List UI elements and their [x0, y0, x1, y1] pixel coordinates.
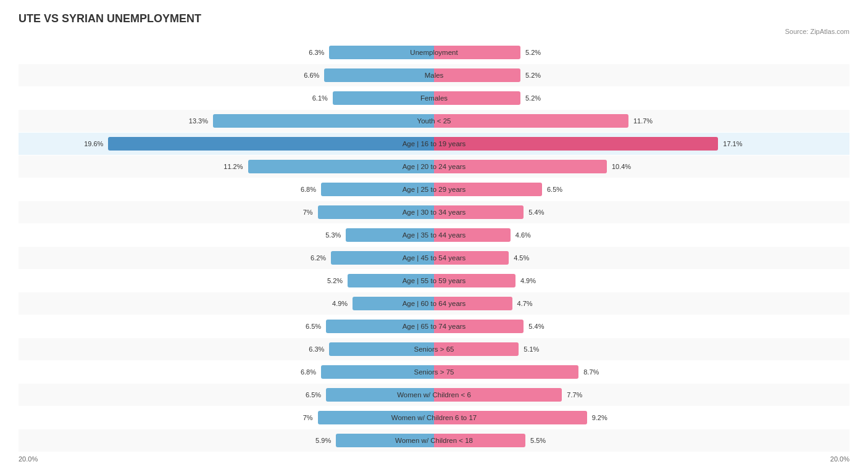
chart-row: 6.3%5.1%Seniors > 65	[19, 338, 849, 360]
ute-value-label: 6.2%	[311, 254, 328, 262]
ute-bar	[336, 434, 434, 447]
chart-row: 6.8%8.7%Seniors > 75	[19, 361, 849, 383]
ute-bar	[326, 320, 434, 333]
chart-area: 6.3%5.2%Unemployment6.6%5.2%Males6.1%5.2…	[19, 41, 849, 452]
syrian-value-label: 17.1%	[720, 140, 742, 147]
syrian-value-label: 7.7%	[564, 391, 582, 399]
syrian-value-label: 10.4%	[609, 163, 631, 170]
ute-value-label: 6.5%	[306, 391, 323, 399]
left-section: 6.5%	[19, 315, 434, 337]
syrian-bar	[434, 274, 515, 287]
ute-value-label: 6.8%	[301, 186, 319, 193]
left-section: 5.3%	[19, 224, 434, 246]
chart-row: 5.9%5.5%Women w/ Children < 18	[19, 429, 849, 452]
chart-row: 6.6%5.2%Males	[19, 64, 849, 86]
chart-row: 13.3%11.7%Youth < 25	[19, 110, 849, 132]
right-section: 8.7%	[434, 361, 849, 383]
right-section: 17.1%	[434, 133, 849, 155]
syrian-value-label: 4.5%	[511, 254, 529, 262]
ute-value-label: 5.3%	[325, 231, 343, 239]
left-section: 6.2%	[19, 247, 434, 269]
ute-value-label: 4.9%	[332, 300, 350, 307]
axis-labels: 20.0% 20.0%	[19, 455, 849, 463]
syrian-value-label: 8.7%	[581, 368, 599, 376]
syrian-value-label: 5.2%	[523, 94, 541, 102]
syrian-bar	[434, 388, 562, 402]
right-section: 5.2%	[434, 64, 849, 86]
chart-row: 6.5%5.4%Age | 65 to 74 years	[19, 315, 849, 337]
right-section: 4.7%	[434, 292, 849, 315]
chart-row: 6.8%6.5%Age | 25 to 29 years	[19, 178, 849, 200]
right-section: 10.4%	[434, 155, 849, 178]
axis-right: 20.0%	[830, 455, 849, 463]
chart-row: 6.3%5.2%Unemployment	[19, 41, 849, 64]
source-label: Source: ZipAtlas.com	[19, 28, 849, 35]
syrian-value-label: 6.5%	[545, 186, 562, 193]
right-section: 4.5%	[434, 247, 849, 269]
left-section: 6.6%	[19, 64, 434, 86]
syrian-value-label: 4.9%	[518, 277, 536, 284]
syrian-value-label: 4.7%	[515, 300, 533, 307]
syrian-bar	[434, 137, 718, 151]
ute-bar	[321, 183, 434, 196]
left-section: 11.2%	[19, 155, 434, 178]
chart-row: 7%5.4%Age | 30 to 34 years	[19, 201, 849, 223]
left-section: 13.3%	[19, 110, 434, 132]
ute-bar	[213, 114, 434, 128]
ute-bar	[248, 160, 435, 173]
left-section: 7%	[19, 407, 434, 429]
left-section: 4.9%	[19, 292, 434, 315]
ute-value-label: 6.8%	[301, 368, 319, 376]
right-section: 11.7%	[434, 110, 849, 132]
syrian-value-label: 11.7%	[631, 117, 653, 125]
syrian-bar	[434, 68, 520, 82]
left-section: 5.9%	[19, 429, 434, 452]
ute-bar	[324, 68, 434, 82]
left-section: 7%	[19, 201, 434, 223]
chart-row: 6.2%4.5%Age | 45 to 54 years	[19, 247, 849, 269]
chart-row: 6.5%7.7%Women w/ Children < 6	[19, 384, 849, 406]
right-section: 5.1%	[434, 338, 849, 360]
left-section: 6.1%	[19, 87, 434, 109]
chart-row: 7%9.2%Women w/ Children 6 to 17	[19, 407, 849, 429]
syrian-bar	[434, 91, 520, 105]
syrian-value-label: 5.4%	[526, 209, 544, 216]
ute-bar	[321, 365, 434, 379]
ute-bar	[333, 91, 434, 105]
syrian-value-label: 5.4%	[526, 323, 544, 330]
ute-value-label: 7%	[303, 209, 315, 216]
chart-row: 11.2%10.4%Age | 20 to 24 years	[19, 155, 849, 178]
left-section: 6.5%	[19, 384, 434, 406]
syrian-bar	[434, 320, 524, 333]
syrian-value-label: 4.6%	[513, 231, 531, 239]
ute-value-label: 5.9%	[315, 437, 333, 444]
syrian-value-label: 9.2%	[590, 414, 607, 421]
ute-value-label: 6.5%	[306, 323, 323, 330]
chart-row: 5.2%4.9%Age | 55 to 59 years	[19, 270, 849, 292]
chart-row: 4.9%4.7%Age | 60 to 64 years	[19, 292, 849, 315]
left-section: 6.3%	[19, 41, 434, 64]
ute-bar	[353, 297, 434, 310]
syrian-value-label: 5.2%	[523, 72, 541, 79]
ute-value-label: 7%	[303, 414, 315, 421]
ute-bar	[108, 137, 434, 151]
left-section: 6.8%	[19, 178, 434, 200]
right-section: 7.7%	[434, 384, 849, 406]
right-section: 4.6%	[434, 224, 849, 246]
ute-bar	[318, 411, 434, 424]
ute-value-label: 6.6%	[304, 72, 322, 79]
ute-bar	[329, 46, 434, 59]
syrian-bar	[434, 297, 512, 310]
right-section: 4.9%	[434, 270, 849, 292]
right-section: 9.2%	[434, 407, 849, 429]
ute-value-label: 6.3%	[309, 49, 327, 56]
left-section: 19.6%	[19, 133, 434, 155]
syrian-bar	[434, 114, 628, 128]
ute-value-label: 6.1%	[312, 94, 330, 102]
left-section: 5.2%	[19, 270, 434, 292]
syrian-bar	[434, 183, 542, 196]
syrian-bar	[434, 46, 520, 59]
right-section: 5.2%	[434, 87, 849, 109]
axis-left: 20.0%	[19, 455, 38, 463]
ute-value-label: 19.6%	[84, 140, 106, 147]
